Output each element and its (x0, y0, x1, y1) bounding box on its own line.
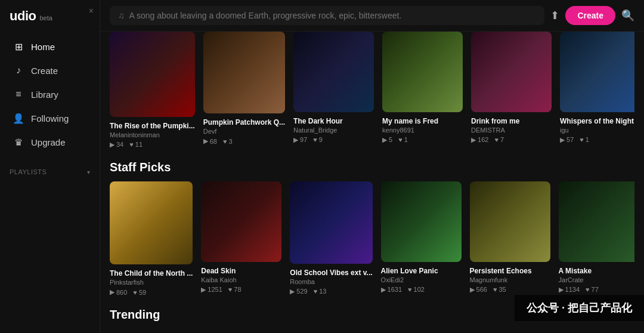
card-thumbnail (560, 32, 634, 112)
card-title: Dead Skin (201, 267, 281, 275)
card-thumbnail (382, 32, 463, 112)
card-item[interactable]: The Rise of the Pumpki... Melanintoninma… (110, 32, 195, 149)
likes-icon: ♥ (494, 136, 499, 143)
card-item[interactable]: The Dark Hour Natural_Bridge ▶ 97 ♥ 9 (293, 32, 374, 149)
card-likes: ♥ 9 (313, 136, 323, 144)
card-item[interactable]: The Child of the North ... Pinkstarfish … (110, 181, 193, 296)
watermark: 公众号 · 把自己产品化 (515, 295, 644, 321)
card-title: Whispers of the Night (560, 117, 634, 125)
card-item[interactable]: Whispers of the Night igu ▶ 57 ♥ 1 (560, 32, 634, 149)
likes-count: 7 (500, 136, 504, 143)
card-item[interactable]: Pumpkin Patchwork Q... Devf ▶ 68 ♥ 3 (203, 32, 285, 149)
card-plays: ▶ 97 (293, 136, 307, 144)
card-item[interactable]: My name is Fred kenny8691 ▶ 5 ♥ 1 (382, 32, 463, 149)
card-item[interactable]: A Mistake JarCrate ▶ 1134 ♥ 77 (559, 181, 634, 296)
upload-button[interactable]: ⬆ (550, 9, 559, 22)
card-plays: ▶ 1631 (381, 286, 402, 294)
card-artist: Natural_Bridge (293, 127, 374, 134)
card-plays: ▶ 529 (290, 288, 307, 295)
card-likes: ♥ 59 (133, 288, 146, 296)
prompt-input-wrap[interactable]: ♫ (110, 6, 544, 25)
logo-area: udio beta (0, 0, 100, 30)
library-icon: ≡ (13, 89, 24, 100)
card-stats: ▶ 566 ♥ 35 (470, 286, 550, 294)
card-stats: ▶ 1134 ♥ 77 (559, 286, 634, 294)
prompt-input[interactable] (129, 11, 537, 20)
card-title: The Rise of the Pumpki... (110, 122, 195, 130)
search-button[interactable]: 🔍 (621, 9, 634, 22)
card-stats: ▶ 1251 ♥ 78 (201, 286, 281, 294)
likes-icon: ♥ (408, 286, 412, 293)
card-thumbnail (110, 181, 193, 264)
card-artist: Magnumfunk (470, 276, 550, 283)
topbar-actions: ⬆ Create 🔍 (550, 6, 634, 25)
plays-count: 97 (300, 136, 307, 143)
card-artist: Melanintoninman (110, 131, 195, 138)
likes-icon: ♥ (313, 136, 317, 143)
card-artist: Devf (203, 128, 285, 135)
sidebar: udio beta × ⊞ Home ♪ Create ≡ Library 👤 … (0, 0, 100, 333)
plays-icon: ▶ (381, 286, 386, 294)
plays-count: 860 (116, 289, 127, 296)
card-item[interactable]: Persistent Echoes Magnumfunk ▶ 566 ♥ 35 (470, 181, 550, 296)
card-stats: ▶ 97 ♥ 9 (293, 136, 374, 144)
card-title: The Child of the North ... (110, 269, 193, 278)
card-item[interactable]: Drink from me DEMISTRA ▶ 162 ♥ 7 (471, 32, 552, 149)
card-likes: ♥ 3 (223, 137, 233, 145)
card-item[interactable]: Alien Love Panic OxiEdi2 ▶ 1631 ♥ 102 (381, 181, 462, 296)
card-item[interactable]: Old School Vibes ext v... Roomba ▶ 529 ♥… (290, 181, 372, 296)
sidebar-item-home[interactable]: ⊞ Home (4, 35, 96, 58)
likes-icon: ♥ (314, 288, 318, 295)
likes-count: 35 (499, 286, 506, 293)
card-artist: kenny8691 (382, 127, 463, 134)
card-plays: ▶ 162 (471, 136, 488, 144)
card-thumbnail (290, 181, 372, 264)
card-title: My name is Fred (382, 117, 463, 125)
card-title: A Mistake (559, 267, 634, 275)
card-title: The Dark Hour (293, 117, 374, 125)
create-button[interactable]: Create (565, 6, 615, 25)
card-plays: ▶ 566 (470, 286, 487, 294)
card-thumbnail (110, 32, 195, 117)
card-thumbnail (471, 32, 552, 112)
likes-icon: ♥ (398, 136, 402, 143)
likes-count: 3 (228, 138, 232, 145)
sidebar-item-create[interactable]: ♪ Create (4, 59, 96, 82)
sidebar-item-upgrade[interactable]: ♛ Upgrade (4, 131, 96, 153)
staff-picks-cards-row: The Child of the North ... Pinkstarfish … (110, 181, 634, 296)
plays-count: 34 (116, 141, 123, 148)
plays-icon: ▶ (201, 286, 206, 294)
likes-count: 102 (414, 286, 425, 293)
plays-icon: ▶ (110, 141, 114, 149)
card-title: Drink from me (471, 117, 552, 125)
close-button[interactable]: × (89, 6, 94, 16)
sidebar-item-following[interactable]: 👤 Following (4, 107, 96, 130)
card-likes: ♥ 78 (228, 286, 242, 294)
card-title: Persistent Echoes (470, 267, 550, 275)
likes-count: 59 (139, 289, 146, 296)
card-stats: ▶ 529 ♥ 13 (290, 288, 372, 295)
likes-count: 13 (319, 288, 326, 295)
card-thumbnail (559, 181, 634, 262)
card-item[interactable]: Dead Skin Kaiba Kaioh ▶ 1251 ♥ 78 (201, 181, 281, 296)
likes-icon: ♥ (493, 286, 497, 293)
card-plays: ▶ 68 (203, 137, 217, 145)
card-likes: ♥ 102 (408, 286, 425, 294)
card-title: Alien Love Panic (381, 267, 462, 275)
logo-beta: beta (39, 14, 52, 21)
likes-count: 9 (319, 136, 323, 143)
plays-icon: ▶ (293, 136, 298, 144)
card-plays: ▶ 34 (110, 141, 123, 149)
card-title: Old School Vibes ext v... (290, 269, 372, 277)
create-icon: ♪ (13, 65, 24, 76)
card-artist: Kaiba Kaioh (201, 276, 281, 283)
logo-text: udio (10, 8, 36, 24)
card-thumbnail (203, 32, 285, 113)
sidebar-item-library[interactable]: ≡ Library (4, 83, 96, 106)
main-content: ♫ ⬆ Create 🔍 The Rise of the Pumpki... M… (100, 0, 644, 333)
plays-icon: ▶ (559, 286, 564, 294)
staff-picks-title: Staff Picks (110, 149, 634, 181)
plays-count: 57 (566, 136, 574, 143)
plays-icon: ▶ (560, 136, 565, 144)
sidebar-item-upgrade-label: Upgrade (31, 137, 66, 147)
